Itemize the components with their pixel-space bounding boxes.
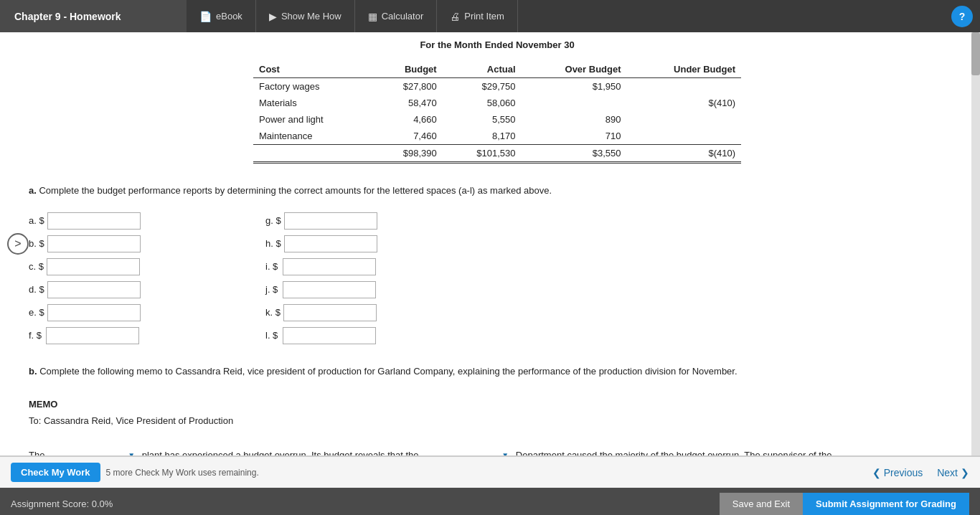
input-d[interactable]	[47, 281, 141, 298]
save-and-exit-button[interactable]: Save and Exit	[720, 493, 803, 515]
input-row-d: d. $	[29, 281, 237, 298]
show-me-how-button[interactable]: ▶ Show Me How	[256, 0, 355, 32]
cost-cell: Factory wages	[253, 78, 372, 95]
total-actual: $101,530	[443, 145, 522, 163]
input-j[interactable]	[283, 281, 376, 298]
label-a: a. $	[29, 215, 44, 226]
calculator-button[interactable]: ▦ Calculator	[355, 0, 438, 32]
input-h[interactable]	[284, 235, 377, 252]
label-l: l. $	[265, 330, 280, 341]
footer-actions: Save and Exit Submit Assignment for Grad…	[720, 493, 969, 515]
label-d: d. $	[29, 284, 44, 295]
table-row: Power and light 4,660 5,550 890	[253, 111, 741, 128]
input-g[interactable]	[284, 212, 377, 230]
input-i[interactable]	[283, 258, 376, 275]
dropdown-plant[interactable]: Garland Production	[50, 446, 136, 455]
cost-cell: Maintenance	[253, 128, 372, 145]
actual-cell: 5,550	[443, 111, 522, 128]
input-row-a: a. $	[29, 212, 237, 230]
save-exit-label: Save and Exit	[732, 499, 790, 509]
label-g: g. $	[265, 215, 281, 226]
input-c[interactable]	[47, 258, 140, 275]
over-cell	[522, 95, 627, 111]
dropdown-department1[interactable]: Factory Materials Power Maintenance	[424, 446, 510, 455]
part-a-instructions: a. Complete the budget performance repor…	[29, 184, 966, 198]
submit-assignment-button[interactable]: Submit Assignment for Grading	[803, 493, 969, 515]
check-my-work-label: Check My Work	[21, 467, 90, 478]
total-budget: $98,390	[372, 145, 443, 163]
input-grid: a. $ g. $ b. $ h. $ c. $	[29, 212, 473, 344]
totals-row: $98,390 $101,530 $3,550 $(410)	[253, 145, 741, 163]
under-cell: $(410)	[627, 95, 741, 111]
next-button[interactable]: Next ❯	[937, 467, 969, 478]
input-e[interactable]	[47, 304, 141, 321]
print-item-button[interactable]: 🖨 Print Item	[437, 0, 518, 32]
show-me-how-label: Show Me How	[281, 11, 341, 22]
print-icon: 🖨	[450, 11, 460, 22]
label-e: e. $	[29, 307, 44, 318]
under-cell	[627, 78, 741, 95]
chevron-left-icon: ❮	[872, 467, 881, 478]
label-b: b. $	[29, 238, 44, 249]
input-row-k: k. $	[265, 304, 473, 321]
sentence1-pre: The	[29, 450, 44, 455]
ebook-icon: 📄	[199, 11, 212, 22]
part-a-label: a.	[29, 185, 37, 196]
budget-cell: $27,800	[372, 78, 443, 95]
calculator-icon: ▦	[368, 11, 377, 22]
submit-label: Submit Assignment for Grading	[816, 499, 956, 509]
input-row-i: i. $	[265, 258, 473, 275]
input-row-g: g. $	[265, 212, 473, 230]
input-f[interactable]	[46, 327, 139, 344]
over-cell: 710	[522, 128, 627, 145]
ebook-label: eBook	[216, 11, 242, 22]
ebook-button[interactable]: 📄 eBook	[187, 0, 256, 32]
bottom-bar: Check My Work 5 more Check My Work uses …	[0, 456, 980, 488]
report-title: For the Month Ended November 30	[29, 39, 966, 50]
memo-to: To: Cassandra Reid, Vice President of Pr…	[29, 412, 966, 429]
plant-select[interactable]: Garland Production	[50, 450, 136, 455]
part-b-instruction-text: Complete the following memo to Cassandra…	[39, 366, 737, 377]
col-header-over-budget: Over Budget	[522, 61, 627, 78]
total-cost-label	[253, 145, 372, 163]
assignment-score: Assignment Score: 0.0%	[11, 499, 113, 509]
memo-sentence-1: The Garland Production plant has experie…	[29, 446, 966, 455]
table-row: Materials 58,470 58,060 $(410)	[253, 95, 741, 111]
main-content-area: For the Month Ended November 30 Cost Bud…	[0, 32, 980, 455]
part-b-instructions: b. Complete the following memo to Cassan…	[29, 364, 966, 379]
help-button[interactable]: ?	[951, 6, 973, 27]
memo-section: MEMO To: Cassandra Reid, Vice President …	[29, 396, 966, 455]
previous-button[interactable]: ❮ Previous	[872, 467, 923, 478]
memo-header: MEMO	[29, 396, 966, 412]
input-b[interactable]	[47, 235, 141, 252]
col-header-under-budget: Under Budget	[627, 61, 741, 78]
sentence1-mid: plant has experienced a budget overrun. …	[142, 450, 419, 455]
label-k: k. $	[265, 307, 281, 318]
check-my-work-button[interactable]: Check My Work	[11, 463, 100, 482]
input-k[interactable]	[283, 304, 377, 321]
next-label: Next	[937, 467, 958, 478]
label-j: j. $	[265, 284, 280, 295]
scrollbar-thumb[interactable]	[971, 32, 980, 75]
input-row-c: c. $	[29, 258, 237, 275]
chevron-right-icon: ❯	[961, 467, 969, 478]
scroll-left-arrow[interactable]: >	[7, 233, 29, 255]
chapter-title-text: Chapter 9 - Homework	[14, 11, 121, 22]
input-row-l: l. $	[265, 327, 473, 344]
under-cell	[627, 128, 741, 145]
table-row: Maintenance 7,460 8,170 710	[253, 128, 741, 145]
actual-cell: 58,060	[443, 95, 522, 111]
previous-label: Previous	[884, 467, 923, 478]
input-l[interactable]	[283, 327, 376, 344]
label-c: c. $	[29, 261, 44, 272]
budget-cell: 58,470	[372, 95, 443, 111]
department1-select[interactable]: Factory Materials Power Maintenance	[424, 450, 510, 455]
scrollbar-track[interactable]	[971, 32, 980, 455]
actual-cell: $29,750	[443, 78, 522, 95]
under-cell	[627, 111, 741, 128]
input-a[interactable]	[47, 212, 141, 230]
input-row-e: e. $	[29, 304, 237, 321]
label-h: h. $	[265, 238, 281, 249]
print-item-label: Print Item	[464, 11, 504, 22]
label-i: i. $	[265, 261, 280, 272]
